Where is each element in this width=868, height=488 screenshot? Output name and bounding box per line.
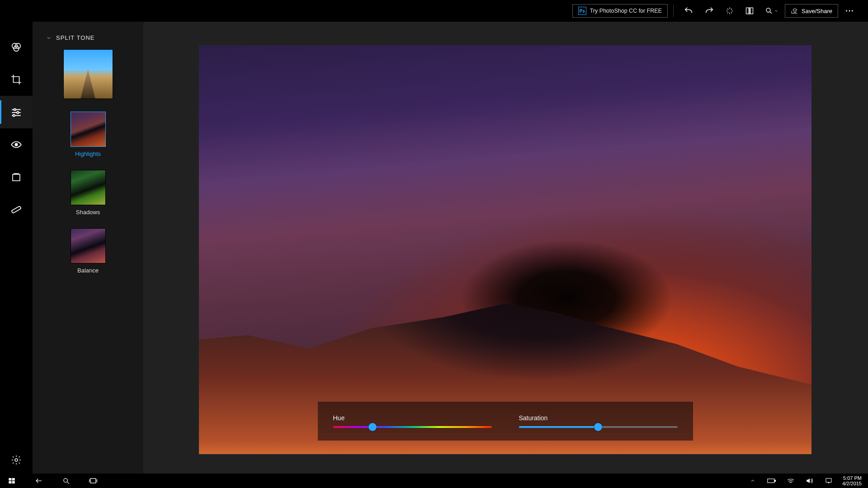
tool-looks[interactable] <box>0 128 33 161</box>
save-share-label: Save/Share <box>802 8 832 14</box>
sliders-icon <box>10 106 22 118</box>
notification-icon <box>825 477 832 484</box>
svg-rect-22 <box>9 478 11 480</box>
saturation-slider-group: Saturation <box>519 414 678 428</box>
hue-slider-thumb[interactable] <box>368 423 377 431</box>
try-photoshop-label: Try PhotoShop CC for FREE <box>590 8 662 14</box>
tray-overflow[interactable] <box>747 475 758 486</box>
crop-icon <box>10 74 22 85</box>
volume-icon <box>806 477 814 484</box>
tool-heal[interactable] <box>0 193 33 226</box>
preset-shadows[interactable]: Shadows <box>71 170 106 216</box>
search-icon <box>62 477 70 485</box>
saturation-label: Saturation <box>519 414 678 422</box>
task-view-button[interactable] <box>88 475 99 486</box>
svg-rect-33 <box>775 480 776 481</box>
zoom-button[interactable] <box>760 4 783 18</box>
tool-adjust-sliders[interactable] <box>0 96 33 128</box>
undo-icon <box>684 6 693 16</box>
redo-icon <box>704 6 714 16</box>
hue-slider-group: Hue <box>333 414 492 428</box>
svg-point-7 <box>852 10 853 12</box>
start-button[interactable] <box>6 475 17 486</box>
svg-point-12 <box>14 108 16 110</box>
tray-volume[interactable] <box>804 475 815 486</box>
share-icon <box>791 7 798 14</box>
save-share-button[interactable]: Save/Share <box>785 4 838 18</box>
task-view-icon <box>89 477 98 484</box>
overlapping-circles-icon <box>10 41 23 53</box>
photoshop-badge-icon: Ps <box>578 7 586 15</box>
tool-frames[interactable] <box>0 161 33 193</box>
bandaid-icon <box>10 204 22 216</box>
svg-rect-32 <box>768 479 774 483</box>
tool-crop[interactable] <box>0 63 33 96</box>
panel-header[interactable]: SPLIT TONE <box>33 34 143 41</box>
search-button[interactable] <box>61 475 71 486</box>
svg-point-21 <box>15 459 18 461</box>
svg-rect-25 <box>12 481 15 483</box>
svg-rect-23 <box>12 478 15 480</box>
svg-point-3 <box>766 8 770 12</box>
frame-icon <box>11 172 22 183</box>
chevron-down-icon <box>774 9 778 13</box>
tray-wifi[interactable] <box>785 475 796 486</box>
svg-rect-1 <box>750 8 753 14</box>
hue-slider[interactable] <box>333 426 492 428</box>
back-button[interactable] <box>33 475 44 486</box>
preset-list: Highlights Shadows Balance <box>33 47 143 274</box>
saturation-slider-thumb[interactable] <box>594 423 602 431</box>
try-photoshop-button[interactable]: Ps Try PhotoShop CC for FREE <box>572 4 668 18</box>
svg-point-6 <box>849 10 850 12</box>
preset-highlights[interactable]: Highlights <box>71 112 106 157</box>
svg-rect-35 <box>826 479 831 483</box>
svg-point-27 <box>63 478 67 482</box>
preset-original[interactable] <box>63 49 113 99</box>
compare-button[interactable] <box>741 4 759 18</box>
taskbar-clock[interactable]: 5:07 PM 4/2/2015 <box>842 475 862 486</box>
preset-label: Balance <box>77 267 99 274</box>
top-divider <box>673 5 674 17</box>
image-canvas[interactable]: Hue Saturation <box>199 45 811 454</box>
tool-color-adjust[interactable] <box>0 31 33 63</box>
more-menu-button[interactable] <box>840 4 859 18</box>
ellipsis-icon <box>844 6 854 16</box>
autofix-button[interactable] <box>721 4 739 18</box>
wifi-icon <box>787 478 795 484</box>
arrow-left-icon <box>35 477 43 485</box>
panel-title: SPLIT TONE <box>56 34 95 41</box>
svg-rect-20 <box>11 206 21 213</box>
split-tone-panel: SPLIT TONE Highlights Shadows Balance <box>33 22 143 474</box>
tool-rail <box>0 22 33 474</box>
magnifier-icon <box>765 7 773 15</box>
battery-icon <box>767 478 776 483</box>
svg-rect-0 <box>746 8 749 14</box>
svg-point-14 <box>17 112 19 113</box>
svg-rect-18 <box>13 174 20 181</box>
saturation-slider[interactable] <box>519 426 678 428</box>
svg-rect-29 <box>90 479 96 483</box>
eye-icon <box>10 139 22 150</box>
compare-icon <box>745 6 754 15</box>
redo-button[interactable] <box>700 4 719 18</box>
svg-line-28 <box>67 482 69 483</box>
preset-original-thumb <box>63 49 113 99</box>
svg-marker-34 <box>807 479 810 483</box>
preset-balance-thumb <box>71 228 106 263</box>
sparkle-icon <box>725 6 734 15</box>
tray-notifications[interactable] <box>823 475 834 486</box>
preset-balance[interactable]: Balance <box>71 228 106 274</box>
gear-icon <box>11 455 22 465</box>
slider-overlay: Hue Saturation <box>318 402 693 441</box>
settings-button[interactable] <box>0 446 33 474</box>
taskbar-date: 4/2/2015 <box>842 481 862 486</box>
hue-label: Hue <box>333 414 492 422</box>
svg-line-4 <box>770 12 772 14</box>
preset-label: Shadows <box>76 209 100 216</box>
windows-taskbar: 5:07 PM 4/2/2015 <box>0 474 868 488</box>
tray-battery[interactable] <box>766 475 777 486</box>
workspace: Hue Saturation <box>143 22 868 474</box>
windows-icon <box>8 477 15 484</box>
undo-button[interactable] <box>679 4 698 18</box>
svg-point-17 <box>15 143 17 145</box>
